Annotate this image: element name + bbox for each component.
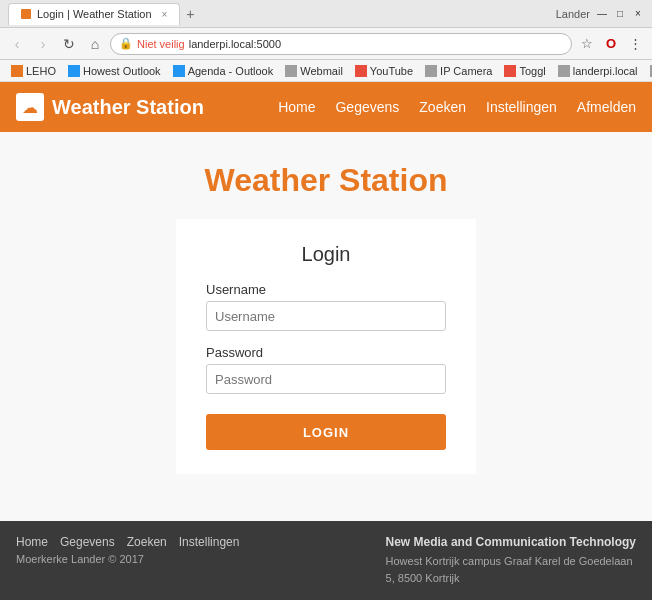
bookmark-label: landerpi.local (573, 65, 638, 77)
footer-nav: Home Gegevens Zoeken Instellingen (16, 535, 239, 549)
app-logo: ☁ Weather Station (16, 93, 204, 121)
opera-button[interactable]: O (600, 33, 622, 55)
footer-address-line1: Howest Kortrijk campus Graaf Karel de Go… (386, 555, 633, 567)
password-input[interactable] (206, 364, 446, 394)
footer-left: Home Gegevens Zoeken Instellingen Moerke… (16, 535, 239, 565)
bookmark-label: YouTube (370, 65, 413, 77)
browser-titlebar: Login | Weather Station × + Lander — □ × (0, 0, 652, 28)
login-heading: Login (206, 243, 446, 266)
nav-zoeken[interactable]: Zoeken (419, 99, 466, 115)
bookmark-label: Toggl (519, 65, 545, 77)
bookmark-youtube[interactable]: YouTube (350, 63, 418, 79)
bookmark-landerpi[interactable]: landerpi.local (553, 63, 643, 79)
browser-toolbar: ‹ › ↻ ⌂ 🔒 Niet veilig landerpi.local:500… (0, 28, 652, 60)
bookmark-label: Howest Outlook (83, 65, 161, 77)
footer-nav-instellingen[interactable]: Instellingen (179, 535, 240, 549)
lock-icon: 🔒 (119, 37, 133, 50)
password-form-group: Password (206, 345, 446, 394)
bookmark-icon (355, 65, 367, 77)
new-tab-button[interactable]: + (180, 4, 200, 24)
bookmark-webmail[interactable]: Webmail (280, 63, 348, 79)
window-minimize-button[interactable]: — (596, 8, 608, 20)
nav-afmelden[interactable]: Afmelden (577, 99, 636, 115)
login-box: Login Username Password LOGIN (176, 219, 476, 474)
bookmark-label: Agenda - Outlook (188, 65, 274, 77)
bookmark-howest-outlook[interactable]: Howest Outlook (63, 63, 166, 79)
address-bar[interactable]: 🔒 Niet veilig landerpi.local:5000 (110, 33, 572, 55)
footer-nav-gegevens[interactable]: Gegevens (60, 535, 115, 549)
login-section: Weather Station Login Username Password … (0, 132, 652, 521)
home-button[interactable]: ⌂ (84, 33, 106, 55)
bookmark-label: IP Camera (440, 65, 492, 77)
logo-icon: ☁ (16, 93, 44, 121)
username-form-group: Username (206, 282, 446, 331)
username-input[interactable] (206, 301, 446, 331)
bookmark-icon (558, 65, 570, 77)
bookmarks-bar: LEHO Howest Outlook Agenda - Outlook Web… (0, 60, 652, 82)
url-display: landerpi.local:5000 (189, 38, 281, 50)
tab-close-button[interactable]: × (162, 9, 168, 20)
not-secure-label: Niet veilig (137, 38, 185, 50)
back-button[interactable]: ‹ (6, 33, 28, 55)
window-maximize-button[interactable]: □ (614, 8, 626, 20)
nav-links: Home Gegevens Zoeken Instellingen Afmeld… (278, 99, 636, 115)
bookmark-icon (68, 65, 80, 77)
label-lander: Lander (556, 8, 590, 20)
username-label: Username (206, 282, 446, 297)
footer-address: Howest Kortrijk campus Graaf Karel de Go… (386, 553, 636, 586)
tab-title: Login | Weather Station (37, 8, 152, 20)
window-close-button[interactable]: × (632, 8, 644, 20)
bookmark-icon (285, 65, 297, 77)
bookmark-icon (173, 65, 185, 77)
footer-right: New Media and Communication Technology H… (386, 535, 636, 586)
tab-favicon (21, 9, 31, 19)
bookmark-label: Webmail (300, 65, 343, 77)
app-footer: Home Gegevens Zoeken Instellingen Moerke… (0, 521, 652, 600)
window-controls: Lander — □ × (556, 8, 644, 20)
bookmark-leho[interactable]: LEHO (6, 63, 61, 79)
nav-home[interactable]: Home (278, 99, 315, 115)
bookmark-ip-camera[interactable]: IP Camera (420, 63, 497, 79)
forward-button[interactable]: › (32, 33, 54, 55)
titlebar-left: Login | Weather Station × + (8, 3, 552, 25)
bookmark-agenda[interactable]: Agenda - Outlook (168, 63, 279, 79)
app-main: Weather Station Login Username Password … (0, 132, 652, 521)
menu-button[interactable]: ⋮ (624, 33, 646, 55)
refresh-button[interactable]: ↻ (58, 33, 80, 55)
browser-chrome: Login | Weather Station × + Lander — □ ×… (0, 0, 652, 82)
logo-text: Weather Station (52, 96, 204, 119)
app-nav: ☁ Weather Station Home Gegevens Zoeken I… (0, 82, 652, 132)
footer-nav-home[interactable]: Home (16, 535, 48, 549)
bookmark-gedeeld[interactable]: Gedeeld album - Lan (645, 63, 652, 79)
bookmark-icon (11, 65, 23, 77)
browser-tab[interactable]: Login | Weather Station × (8, 3, 180, 25)
footer-copyright: Moerkerke Lander © 2017 (16, 553, 239, 565)
bookmark-icon (504, 65, 516, 77)
star-button[interactable]: ☆ (576, 33, 598, 55)
toolbar-actions: ☆ O ⋮ (576, 33, 646, 55)
footer-org-name: New Media and Communication Technology (386, 535, 636, 549)
logo-cloud-icon: ☁ (22, 98, 38, 117)
footer-address-line2: 5, 8500 Kortrijk (386, 572, 460, 584)
footer-nav-zoeken[interactable]: Zoeken (127, 535, 167, 549)
login-button[interactable]: LOGIN (206, 414, 446, 450)
bookmark-label: LEHO (26, 65, 56, 77)
nav-instellingen[interactable]: Instellingen (486, 99, 557, 115)
app-wrapper: ☁ Weather Station Home Gegevens Zoeken I… (0, 82, 652, 600)
app-page-title: Weather Station (205, 162, 448, 199)
bookmark-toggl[interactable]: Toggl (499, 63, 550, 79)
password-label: Password (206, 345, 446, 360)
nav-gegevens[interactable]: Gegevens (335, 99, 399, 115)
bookmark-icon (425, 65, 437, 77)
